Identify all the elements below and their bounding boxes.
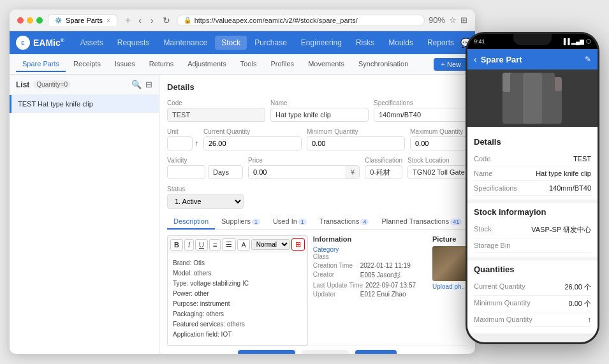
subnav-profiles[interactable]: Profiles (264, 57, 300, 72)
unit-input[interactable] (167, 136, 193, 150)
tab-title: Spare Parts (66, 17, 103, 24)
tab-suppliers[interactable]: Suppliers1 (215, 214, 267, 229)
subnav-spare-parts[interactable]: Spare Parts (16, 57, 66, 72)
nav-reports[interactable]: Reports (421, 36, 460, 50)
nav-stock[interactable]: Stock (215, 36, 247, 50)
maximize-dot[interactable] (36, 17, 43, 24)
minimum-quantity-input[interactable] (307, 137, 404, 150)
name-label: Name (270, 99, 369, 106)
validity-unit-select[interactable]: Days (208, 165, 243, 179)
validity-input[interactable] (167, 165, 205, 179)
nav-moulds[interactable]: Moulds (382, 36, 420, 50)
italic-button[interactable]: I (184, 239, 194, 251)
phone-current-qty-row: Current Quantity 26.00 个 (474, 279, 591, 296)
phone-icons: ▐▐ ▂▄▆ ⬡ (562, 38, 591, 45)
phone-screen: ‹ Spare Part ✎ Details Code (467, 49, 598, 342)
phone-min-qty-row: Minimum Quantity 0.00 个 (474, 296, 591, 312)
svg-rect-8 (550, 77, 562, 91)
phone-name-value: Hat type knife clip (536, 170, 591, 177)
more-button[interactable]: ● More ▲ (238, 350, 296, 354)
form-row-1: Code Name Specifications (167, 99, 467, 122)
creation-time-row: Creation Time 2022-01-12 11:19 (313, 262, 427, 269)
star-icon[interactable]: ☆ (449, 15, 457, 25)
nav-risks[interactable]: Risks (349, 36, 381, 50)
align-button[interactable]: A (237, 239, 249, 251)
subnav-issues[interactable]: Issues (108, 57, 142, 72)
browser-chrome: ⚙️ Spare Parts × + ‹ › ↻ 🔒 https://value… (10, 10, 475, 31)
nav-assets[interactable]: Assets (74, 36, 110, 50)
price-input[interactable] (249, 166, 346, 178)
extensions-icon[interactable]: ⊞ (460, 15, 467, 25)
minimize-dot[interactable] (27, 17, 33, 24)
phone-min-qty-label: Minimum Quantity (474, 299, 531, 309)
browser-icons: 90% ☆ ⊞ (429, 15, 467, 25)
underline-button[interactable]: U (195, 239, 208, 251)
up-arrow-icon: ↑ (194, 139, 198, 148)
picture-section: Picture Upload ph... (432, 235, 467, 346)
new-button[interactable]: + New (434, 58, 469, 71)
status-select[interactable]: 1. Active (167, 194, 244, 209)
tab-description[interactable]: Description (167, 214, 215, 229)
nav-maintenance[interactable]: Maintenance (157, 36, 214, 50)
logo-icon: E (16, 36, 30, 50)
upload-link[interactable]: Upload ph... (432, 283, 467, 290)
tab-close-icon[interactable]: × (106, 17, 110, 24)
code-input[interactable] (167, 108, 265, 122)
tab-planned-transactions[interactable]: Planned Transactions41 (375, 214, 468, 229)
subnav-movements[interactable]: Movements (302, 57, 351, 72)
search-icon[interactable]: 🔍 (131, 80, 142, 89)
name-input[interactable] (270, 108, 369, 122)
address-bar[interactable]: 🔒 https://valueapex.com/eamic/v2/#/stock… (177, 15, 425, 26)
rte-content[interactable]: Brand: Otis Model: others Type: voltage … (167, 253, 308, 346)
phone-name-row: Name Hat type knife clip (474, 166, 591, 181)
logo-area: E EAMic® (16, 36, 64, 50)
refresh-button[interactable]: ↻ (160, 14, 173, 27)
font-size-select[interactable]: Normal (251, 239, 290, 250)
tab-used-in[interactable]: Used In1 (267, 214, 313, 229)
subnav-tools[interactable]: Tools (234, 57, 263, 72)
list-item[interactable]: TEST Hat type knife clip (10, 95, 159, 113)
phone-current-qty-label: Current Quantity (474, 282, 525, 292)
picture-thumbnail (432, 246, 467, 281)
nav-engineering[interactable]: Engineering (295, 36, 348, 50)
picture-title: Picture (432, 235, 467, 243)
history-button[interactable]: History (302, 350, 349, 354)
classification-select[interactable]: 0-耗材 (365, 165, 402, 179)
current-quantity-input-wrapper (203, 136, 302, 150)
list-header: List Quantity=0 🔍 ⊟ (10, 75, 159, 95)
subnav-receipts[interactable]: Receipts (67, 57, 107, 72)
list-button[interactable]: ≡ (209, 239, 221, 251)
browser-tab[interactable]: ⚙️ Spare Parts × (48, 14, 117, 26)
phone-spec-row: Specifications 140mm/BT40 (474, 181, 591, 196)
filter-icon[interactable]: ⊟ (145, 80, 152, 89)
subnav-adjustments[interactable]: Adjustments (181, 57, 233, 72)
unit-label: Unit (167, 128, 198, 135)
subnav-synchronisation[interactable]: Synchronisation (352, 57, 415, 72)
last-update-row: Last Update Time 2022-09-07 13:57 (313, 282, 427, 289)
save-button[interactable]: Save (355, 350, 397, 354)
new-tab-button[interactable]: + (125, 15, 131, 26)
current-quantity-input[interactable] (204, 137, 301, 150)
tab-transactions[interactable]: Transactions4 (313, 214, 376, 229)
nav-purchase[interactable]: Purchase (248, 36, 293, 50)
current-quantity-label: Current Quantity (203, 128, 302, 135)
subnav-returns[interactable]: Returns (143, 57, 180, 72)
browser-window: ⚙️ Spare Parts × + ‹ › ↻ 🔒 https://value… (10, 10, 475, 354)
table-button[interactable]: ⊞ (291, 238, 305, 251)
validity-row: Days (167, 165, 243, 179)
close-dot[interactable] (17, 17, 24, 24)
ordered-list-button[interactable]: ☰ (222, 238, 236, 251)
back-button[interactable]: ‹ (136, 14, 144, 27)
specifications-input[interactable] (374, 108, 472, 122)
nav-requests[interactable]: Requests (111, 36, 156, 50)
lock-icon: 🔒 (184, 17, 191, 24)
more-chevron-icon: ▲ (275, 353, 282, 354)
price-label: Price (248, 157, 360, 164)
forward-button[interactable]: › (148, 14, 156, 27)
status-label: Status (167, 186, 244, 193)
phone-name-label: Name (474, 170, 492, 177)
phone-edit-icon[interactable]: ✎ (585, 55, 591, 64)
phone-content: Details Code TEST Name Hat type knife cl… (467, 127, 598, 333)
bold-button[interactable]: B (170, 239, 183, 251)
phone-back-button[interactable]: ‹ (474, 54, 477, 64)
